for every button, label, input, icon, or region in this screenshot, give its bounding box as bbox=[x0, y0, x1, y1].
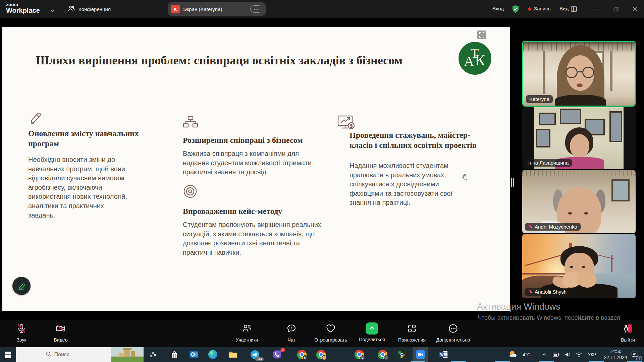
tab-screen-share-label: Экран (Kateryna) bbox=[183, 6, 247, 12]
participant-tile-inna[interactable]: Інна Лазаришина bbox=[522, 107, 636, 169]
login-button[interactable]: Вход bbox=[492, 6, 504, 11]
chevron-down-icon[interactable] bbox=[50, 7, 55, 13]
view-layout-icon[interactable] bbox=[571, 6, 577, 13]
people-icon bbox=[68, 5, 75, 13]
taskbar-search-box[interactable] bbox=[16, 347, 144, 362]
volume-icon[interactable] bbox=[563, 347, 572, 362]
monitor-chart-dollar-icon bbox=[337, 115, 355, 132]
card-heading: Розширення співпраці з бізнесом bbox=[183, 135, 327, 145]
telegram-unread-badge: 614 bbox=[255, 357, 264, 361]
tray-language[interactable]: УКР bbox=[585, 347, 599, 362]
glasses-left bbox=[566, 67, 578, 78]
shared-screen-slide: Т А К Шляхи вирішення проблем: співпраця… bbox=[2, 27, 510, 311]
notification-center-button[interactable]: 1 bbox=[629, 347, 641, 362]
chrome-profile-badge: K bbox=[303, 355, 308, 360]
participant-name-label: Anatolii Shysh bbox=[525, 288, 570, 296]
viber-unread-badge: 2 bbox=[280, 348, 285, 352]
minimize-button[interactable] bbox=[592, 5, 601, 13]
windows-taskbar: 614 2 K C T C bbox=[0, 347, 644, 362]
zoom-toolbar: Звук Видео Участники 28 Ч bbox=[0, 320, 644, 347]
tray-clock[interactable]: 14:50 22.11.2024 bbox=[602, 347, 629, 362]
taskbar-app-viber[interactable]: 2 bbox=[270, 347, 284, 362]
taskbar-app-store[interactable] bbox=[167, 347, 182, 362]
chrome-profile-badge: C bbox=[360, 355, 365, 360]
panel-drag-handle[interactable] bbox=[511, 178, 515, 187]
search-daily-image[interactable] bbox=[111, 347, 144, 362]
heart-icon bbox=[326, 323, 336, 335]
zoom-workplace-logo: zoom Workplace bbox=[6, 2, 40, 14]
taskbar-app-zoom[interactable] bbox=[413, 347, 428, 362]
pencil-icon bbox=[28, 110, 42, 126]
card-body: Важлива співпраця з компаніями для надан… bbox=[183, 149, 316, 177]
video-button[interactable]: Видео bbox=[41, 321, 81, 346]
logo-text-workplace: Workplace bbox=[6, 7, 40, 14]
participant-name: Інна Лазаришина bbox=[528, 160, 569, 166]
more-button[interactable]: Дополнительно bbox=[430, 321, 477, 346]
recording-dot-icon bbox=[528, 7, 531, 11]
target-icon bbox=[183, 184, 198, 200]
restore-button[interactable] bbox=[611, 5, 621, 13]
notification-count-badge: 1 bbox=[636, 356, 642, 362]
participants-button[interactable]: Участники bbox=[227, 321, 267, 346]
taskbar-app-file-explorer[interactable] bbox=[225, 347, 240, 362]
hand-cursor bbox=[461, 173, 469, 182]
taskbar-app-chrome-profile4[interactable]: T bbox=[375, 347, 390, 362]
card-heading: Оновлення змісту навчальних програм bbox=[28, 128, 139, 148]
share-screen-button[interactable]: Поделиться bbox=[352, 321, 392, 346]
recording-label: Запись bbox=[534, 6, 550, 11]
tray-hidden-icons-chevron[interactable] bbox=[539, 347, 549, 362]
task-view-button[interactable] bbox=[146, 347, 160, 362]
card-heading: Впровадження кейс-методу bbox=[183, 206, 327, 216]
windows-start-button[interactable] bbox=[0, 347, 16, 362]
participant-name: Anatolii Shysh bbox=[535, 289, 567, 295]
leave-label: Выйти bbox=[621, 337, 635, 343]
taskbar-app-site-shortcut[interactable]: C bbox=[394, 347, 409, 362]
taskbar-app-telegram[interactable]: 614 bbox=[248, 347, 262, 362]
fullscreen-expand-icon[interactable] bbox=[477, 31, 486, 39]
video-label: Видео bbox=[54, 337, 68, 343]
chrome-profile-avatar-badge bbox=[322, 355, 327, 360]
participant-name: Kateryna bbox=[529, 96, 549, 102]
participant-tile-anatolii[interactable]: Anatolii Shysh bbox=[522, 234, 636, 298]
mic-muted-icon bbox=[528, 224, 533, 230]
participant-name-label: Інна Лазаришина bbox=[525, 159, 572, 167]
taskbar-app-edge[interactable] bbox=[205, 347, 220, 362]
tab-screen-share[interactable]: K Экран (Kateryna) ⋯ bbox=[168, 2, 266, 16]
apps-icon bbox=[407, 323, 417, 335]
leave-button[interactable]: Выйти bbox=[608, 321, 644, 346]
react-button[interactable]: Отреагировать bbox=[307, 321, 354, 346]
search-input[interactable] bbox=[54, 352, 118, 358]
audio-button[interactable]: Звук bbox=[1, 321, 42, 346]
glasses-right bbox=[582, 67, 594, 78]
annotation-pencil-button[interactable] bbox=[12, 277, 31, 295]
network-icon[interactable] bbox=[574, 347, 584, 362]
logo-text-zoom: zoom bbox=[6, 2, 40, 7]
taskbar-app-chrome-profile3[interactable]: C bbox=[352, 347, 367, 362]
camera-muted-icon bbox=[56, 323, 66, 335]
weather-icon[interactable] bbox=[507, 347, 519, 362]
security-shield-icon[interactable] bbox=[512, 5, 519, 14]
battery-icon[interactable] bbox=[551, 347, 561, 362]
taskbar-app-outlook[interactable] bbox=[186, 347, 201, 362]
view-button[interactable]: Вид bbox=[559, 6, 569, 11]
apps-button[interactable]: Приложения bbox=[392, 321, 432, 346]
share-screen-icon bbox=[366, 322, 378, 335]
participant-tile-andrii[interactable]: Andrii Muzychenko bbox=[522, 170, 636, 233]
more-label: Дополнительно bbox=[436, 337, 470, 343]
close-button[interactable] bbox=[631, 5, 640, 13]
participant-name: Andrii Muzychenko bbox=[535, 224, 577, 230]
leave-door-icon bbox=[623, 323, 633, 335]
participant-tile-kateryna[interactable]: Kateryna bbox=[522, 41, 636, 107]
audio-label: Звук bbox=[17, 337, 26, 343]
taskbar-app-chrome-profile2[interactable] bbox=[314, 347, 328, 362]
taskbar-app-chrome-profile1[interactable]: K bbox=[294, 347, 309, 362]
tray-date: 22.11.2024 bbox=[604, 355, 627, 361]
tab-options-ellipsis-button[interactable]: ⋯ bbox=[250, 5, 262, 13]
chat-bubble-icon bbox=[286, 323, 297, 335]
chat-button[interactable]: Чат bbox=[271, 321, 312, 346]
zoom-workplace-window: zoom Workplace Конференция K Экран (Kate… bbox=[0, 0, 644, 362]
chat-label: Чат bbox=[287, 337, 295, 343]
tab-meeting[interactable]: Конференция bbox=[68, 3, 111, 15]
taskbar-app-word[interactable]: W bbox=[436, 347, 451, 362]
tray-temperature[interactable]: 4°C bbox=[520, 347, 533, 362]
